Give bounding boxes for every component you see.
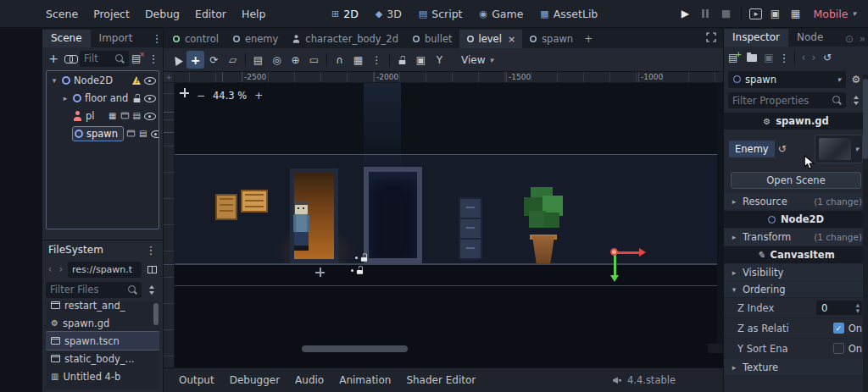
play-button[interactable]: ▶ (677, 6, 693, 21)
gizmo-center-handle[interactable] (610, 248, 618, 256)
filesystem-menu-icon[interactable]: ⋮ (145, 242, 157, 257)
stop-button[interactable]: ■ (718, 6, 733, 21)
group-visibility[interactable]: ▸ Visibility (724, 264, 868, 280)
play-custom-scene-button[interactable]: ▣ (767, 6, 782, 21)
rotate-tool-button[interactable]: ⟳ (205, 51, 223, 69)
inspector-scrollbar-thumb[interactable] (863, 79, 868, 159)
dock-menu-icon[interactable]: ⋮ (151, 30, 163, 46)
edit-history-icon[interactable]: ↺ (820, 50, 835, 65)
expand-icon[interactable]: ▸ (61, 94, 70, 102)
section-node2d[interactable]: Node2D (724, 211, 868, 228)
z-index-spinbox[interactable]: 0 ▲▼ (816, 301, 862, 315)
open-scene-icon[interactable] (120, 113, 128, 119)
scene-tree[interactable]: ▾ Node2D ▸ floor and pl (46, 70, 159, 229)
pivot-tool-button[interactable]: ◎ (268, 51, 286, 69)
nav-forward-icon[interactable]: › (57, 262, 65, 277)
menu-scene[interactable]: Scene (39, 4, 85, 24)
panel-animation-button[interactable]: Animation (332, 371, 398, 389)
center-view-icon[interactable] (180, 91, 189, 101)
new-scene-tab-button[interactable]: + (580, 30, 597, 48)
z-as-relative-checkbox[interactable]: ✓ On (833, 323, 862, 334)
sort-files-icon[interactable] (144, 282, 159, 297)
panel-debugger-button[interactable]: Debugger (223, 371, 287, 389)
file-filter-input[interactable] (50, 284, 125, 295)
tab-node[interactable]: Node (788, 29, 832, 47)
file-row-selected[interactable]: spawn.tscn (46, 332, 159, 350)
edited-object-dropdown[interactable]: spawn ▾ (728, 71, 846, 88)
tab-scene[interactable]: Scene (42, 30, 91, 47)
canvas-vertical-scrollbar[interactable] (717, 83, 723, 344)
load-resource-button[interactable] (744, 50, 760, 65)
grid-snap-toggle[interactable]: ▦ (349, 51, 367, 69)
list-select-tool-button[interactable]: ▤ (249, 51, 267, 69)
open-scene-button[interactable]: Open Scene (731, 172, 861, 189)
lock-object-button[interactable] (393, 51, 411, 69)
instance-scene-button[interactable] (63, 51, 78, 66)
canvas-horizontal-scrollbar[interactable] (302, 345, 408, 352)
save-resource-button[interactable]: ▣ (761, 50, 776, 65)
file-row[interactable]: ⚙ spawn.gd (46, 314, 159, 332)
tab-import[interactable]: Import (91, 30, 142, 47)
section-canvasitem[interactable]: ✎ CanvasItem (724, 246, 868, 263)
file-row[interactable]: ▥ Untitled 4-b (46, 367, 159, 385)
view-menu-button[interactable]: View▾ (454, 52, 500, 69)
revert-property-icon[interactable]: ↺ (778, 143, 787, 155)
script-icon[interactable]: ▤ (139, 129, 147, 138)
warning-icon[interactable] (132, 76, 141, 85)
snap-options-menu[interactable]: ⋮ (368, 51, 386, 69)
renderer-select[interactable]: Mobile▾ (808, 5, 861, 23)
expand-viewport-icon[interactable] (706, 32, 716, 45)
scene-tab-control[interactable]: control (165, 30, 225, 48)
collapse-icon[interactable]: ▾ (50, 76, 58, 85)
menu-project[interactable]: Project (86, 4, 136, 24)
group-texture[interactable]: ▸ Texture (724, 359, 868, 375)
pan-tool-button[interactable]: ⊕ (287, 51, 304, 69)
file-row[interactable]: static_body_... (46, 350, 159, 367)
attach-script-button[interactable]: ▤× (131, 51, 146, 66)
enemy-resource-picker[interactable]: ▾ (815, 135, 863, 163)
nav-back-icon[interactable]: ‹ (46, 262, 54, 277)
menu-editor[interactable]: Editor (188, 4, 233, 24)
movie-maker-button[interactable]: ▦ (787, 6, 803, 21)
zoom-in-button[interactable]: + (253, 88, 264, 103)
new-resource-button[interactable]: ▤+ (727, 50, 743, 65)
scene-tab-level-active[interactable]: level× (459, 30, 523, 48)
panel-output-button[interactable]: Output (172, 371, 221, 389)
workspace-2d[interactable]: ⊞2D (325, 4, 365, 24)
file-row[interactable]: restart_and_ (46, 301, 159, 314)
scene-tab-spawn[interactable]: spawn (522, 30, 580, 48)
history-back-icon[interactable]: ‹ (799, 50, 808, 65)
filter-options-icon[interactable] (849, 93, 864, 108)
workspace-3d[interactable]: ◆3D (369, 4, 409, 24)
y-sort-checkbox[interactable]: On (833, 343, 862, 355)
panel-audio-button[interactable]: Audio (288, 371, 331, 389)
scene-dock-options-icon[interactable]: ⋮ (147, 51, 159, 66)
add-node-button[interactable]: + (46, 51, 61, 66)
history-tab-icon[interactable]: ⊙ (842, 31, 857, 47)
spinner-arrows-icon[interactable]: ▲▼ (856, 302, 860, 312)
group-transform[interactable]: ▸ Transform (1 change) (724, 229, 868, 245)
tab-overflow-icon[interactable]: » (857, 31, 868, 47)
file-list-scrollbar[interactable] (153, 303, 159, 325)
property-filter-input[interactable] (732, 95, 829, 107)
smart-snap-toggle[interactable]: ∩ (331, 51, 348, 69)
play-scene-button[interactable]: ▸ (749, 8, 762, 19)
workspace-assetlib[interactable]: ▦AssetLib (533, 4, 604, 24)
script-icon[interactable]: ▤ (133, 111, 141, 120)
move-tool-button[interactable]: + (186, 51, 204, 69)
tree-row-pl[interactable]: pl ▦ ▤ (47, 107, 159, 124)
object-extras-icon[interactable]: ⚙ (849, 72, 864, 87)
group-resource[interactable]: ▸ Resource (1 change) (724, 193, 868, 209)
ruler-tool-button[interactable]: ▭ (305, 51, 323, 69)
scale-tool-button[interactable]: ▱ (224, 51, 242, 69)
workspace-script[interactable]: ▤Script (412, 4, 470, 24)
tree-row-floor[interactable]: ▸ floor and (47, 89, 159, 107)
visibility-toggle-icon[interactable] (151, 128, 160, 139)
history-forward-icon[interactable]: › (810, 50, 818, 65)
file-list[interactable]: restart_and_ ⚙ spawn.gd spawn.tscn stati… (46, 301, 159, 389)
open-scene-icon[interactable] (127, 130, 135, 137)
gizmo-x-arrowhead[interactable] (639, 248, 646, 257)
group-ordering[interactable]: ▾ Ordering (724, 281, 868, 297)
scene-tab-character-body-2d[interactable]: character_body_2d (285, 30, 405, 48)
current-path[interactable]: res://spawn.t (68, 262, 142, 278)
